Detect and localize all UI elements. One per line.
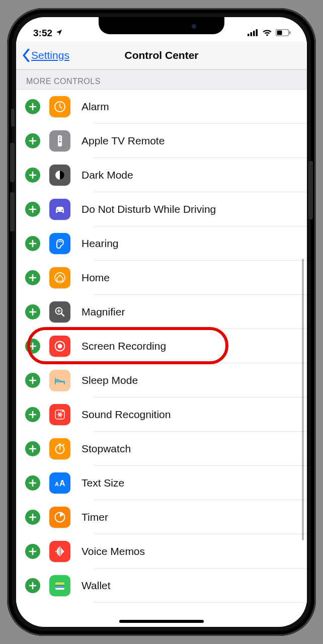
voicewave-icon (49, 541, 70, 562)
control-row-voice-memos[interactable]: Voice Memos (16, 534, 307, 569)
chevron-left-icon (22, 49, 30, 62)
device-frame: 3:52 (7, 8, 316, 636)
timer-icon (49, 507, 70, 528)
add-button-magnifier[interactable] (25, 304, 40, 319)
control-label-dark-mode: Dark Mode (82, 169, 133, 181)
control-label-voice-memos: Voice Memos (82, 545, 145, 557)
add-button-screen-recording[interactable] (25, 339, 40, 354)
ear-icon (49, 233, 70, 254)
control-label-screen-recording: Screen Recording (82, 340, 166, 352)
add-button-hearing[interactable] (25, 236, 40, 251)
control-label-sound-recognition: Sound Recognition (82, 409, 171, 421)
control-row-timer[interactable]: Timer (16, 500, 307, 534)
control-row-screen-recording[interactable]: Screen Recording (16, 329, 307, 363)
page-title: Control Center (125, 49, 199, 61)
side-button[interactable] (308, 161, 313, 219)
add-button-sound-recognition[interactable] (25, 407, 40, 422)
scroll-indicator (302, 259, 304, 540)
nav-bar: Settings Control Center (16, 41, 307, 69)
wallet-icon (49, 575, 70, 596)
section-header: MORE CONTROLS (16, 69, 307, 90)
notch (99, 17, 224, 34)
wifi-icon (262, 28, 272, 39)
svg-rect-3 (256, 29, 258, 36)
control-label-text-size: Text Size (82, 477, 124, 489)
control-row-magnifier[interactable]: Magnifier (16, 295, 307, 329)
battery-icon (276, 28, 291, 39)
stopwatch-icon (49, 438, 70, 459)
control-row-stopwatch[interactable]: Stopwatch (16, 432, 307, 466)
textsize-icon (49, 472, 70, 494)
control-label-timer: Timer (82, 511, 108, 523)
control-label-apple-tv-remote: Apple TV Remote (82, 135, 165, 147)
record-icon (49, 336, 70, 357)
control-label-alarm: Alarm (82, 101, 109, 113)
cellular-icon (248, 28, 259, 39)
home-indicator[interactable] (119, 620, 204, 623)
back-label: Settings (31, 49, 69, 61)
add-button-stopwatch[interactable] (25, 441, 40, 456)
darkmode-icon (49, 165, 70, 186)
control-row-dnd-driving[interactable]: Do Not Disturb While Driving (16, 192, 307, 226)
control-row-apple-tv-remote[interactable]: Apple TV Remote (16, 124, 307, 158)
location-icon (55, 28, 63, 39)
controls-list[interactable]: AlarmApple TV RemoteDark ModeDo Not Dist… (16, 90, 307, 615)
control-label-hearing: Hearing (82, 237, 119, 250)
add-button-text-size[interactable] (25, 475, 40, 491)
control-label-home: Home (82, 272, 110, 284)
svg-rect-0 (248, 34, 250, 36)
volume-up-button[interactable] (10, 143, 15, 182)
control-row-home[interactable]: Home (16, 261, 307, 295)
svg-rect-1 (251, 32, 253, 36)
control-label-stopwatch: Stopwatch (82, 443, 131, 455)
control-label-dnd-driving: Do Not Disturb While Driving (82, 203, 216, 215)
control-label-wallet: Wallet (82, 580, 111, 592)
back-button[interactable]: Settings (22, 41, 69, 69)
add-button-timer[interactable] (25, 510, 40, 525)
add-button-apple-tv-remote[interactable] (25, 133, 40, 148)
control-row-alarm[interactable]: Alarm (16, 90, 307, 124)
control-row-sleep-mode[interactable]: Sleep Mode (16, 363, 307, 397)
add-button-wallet[interactable] (25, 578, 40, 593)
svg-rect-2 (253, 31, 255, 36)
status-time: 3:52 (33, 28, 52, 39)
clock-icon (49, 96, 70, 117)
mute-switch[interactable] (11, 109, 15, 127)
soundwave-icon (49, 404, 70, 425)
control-row-text-size[interactable]: Text Size (16, 466, 307, 500)
add-button-alarm[interactable] (25, 99, 40, 114)
control-row-sound-recognition[interactable]: Sound Recognition (16, 397, 307, 432)
add-button-sleep-mode[interactable] (25, 373, 40, 388)
screen: 3:52 (16, 17, 307, 627)
volume-down-button[interactable] (10, 192, 15, 231)
control-label-sleep-mode: Sleep Mode (82, 374, 138, 386)
svg-rect-6 (289, 31, 291, 34)
control-label-magnifier: Magnifier (82, 306, 125, 318)
control-row-hearing[interactable]: Hearing (16, 226, 307, 261)
remote-icon (49, 130, 70, 151)
add-button-dnd-driving[interactable] (25, 202, 40, 217)
add-button-dark-mode[interactable] (25, 168, 40, 183)
add-button-home[interactable] (25, 270, 40, 285)
control-row-wallet[interactable]: Wallet (16, 569, 307, 603)
control-row-dark-mode[interactable]: Dark Mode (16, 158, 307, 192)
svg-rect-5 (277, 31, 282, 35)
car-icon (49, 199, 70, 220)
magnifier-icon (49, 301, 70, 323)
bed-icon (49, 370, 70, 391)
add-button-voice-memos[interactable] (25, 544, 40, 559)
home-icon (49, 267, 70, 288)
